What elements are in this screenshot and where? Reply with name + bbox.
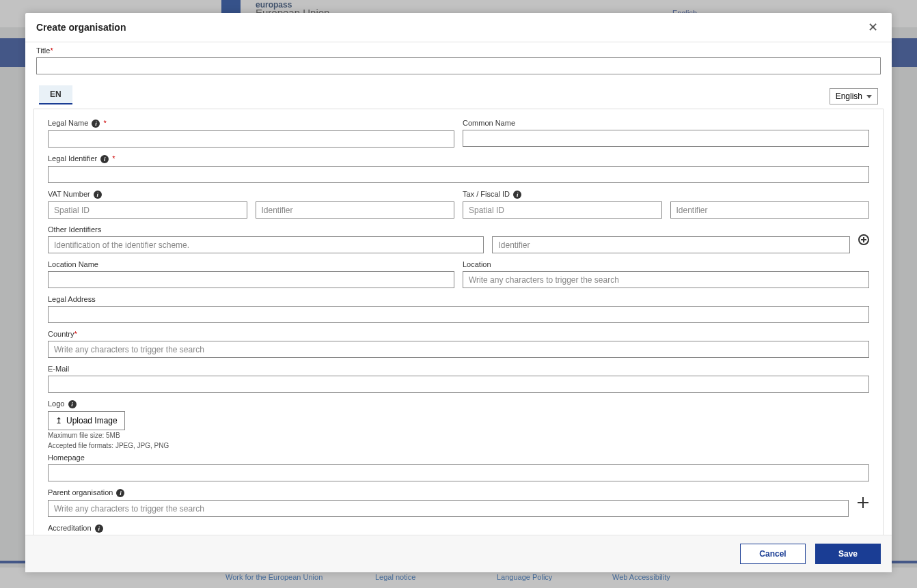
common-name-input[interactable] <box>463 130 869 147</box>
add-parent-org-icon[interactable] <box>857 496 869 509</box>
cancel-button[interactable]: Cancel <box>740 544 806 564</box>
email-label: E-Mail <box>48 365 869 373</box>
parent-org-label: Parent organisation i <box>48 488 849 497</box>
homepage-label: Homepage <box>48 453 869 462</box>
file-format-hint: Accepted file formats: JPEG, JPG, PNG <box>48 440 869 451</box>
language-tab-en[interactable]: EN <box>39 85 72 104</box>
chevron-down-icon <box>866 95 872 98</box>
info-icon[interactable]: i <box>94 191 102 199</box>
info-icon[interactable]: i <box>68 400 77 408</box>
close-icon[interactable]: ✕ <box>865 20 881 35</box>
info-icon[interactable]: i <box>95 524 103 533</box>
vat-number-label: VAT Number i <box>48 190 454 199</box>
vat-spatial-id-input[interactable] <box>48 201 247 219</box>
location-name-input[interactable] <box>48 271 454 288</box>
tax-fiscal-id-label: Tax / Fiscal ID i <box>463 190 869 199</box>
country-input[interactable] <box>48 341 869 358</box>
homepage-input[interactable] <box>48 464 869 481</box>
add-identifier-icon[interactable] <box>858 234 869 245</box>
other-identifiers-label: Other Identifiers <box>48 225 484 234</box>
save-button[interactable]: Save <box>815 544 881 564</box>
info-icon[interactable]: i <box>100 155 109 163</box>
parent-org-input[interactable] <box>48 500 849 517</box>
title-label: Title* <box>36 46 881 55</box>
location-input[interactable] <box>463 271 869 288</box>
location-name-label: Location Name <box>48 260 454 268</box>
legal-address-input[interactable] <box>48 306 869 323</box>
legal-address-label: Legal Address <box>48 295 869 303</box>
info-icon[interactable]: i <box>92 120 100 128</box>
email-input[interactable] <box>48 376 869 393</box>
file-size-hint: Maximum file size: 5MB <box>48 430 869 440</box>
modal-title: Create organisation <box>36 22 126 33</box>
location-label: Location <box>463 260 869 268</box>
upload-image-button[interactable]: ↥ Upload Image <box>48 411 125 430</box>
other-identifier-input[interactable] <box>492 236 850 253</box>
logo-label: Logo i <box>48 400 869 408</box>
tax-identifier-input[interactable] <box>670 201 870 219</box>
legal-name-label: Legal Name i * <box>48 119 454 128</box>
identifier-scheme-input[interactable] <box>48 236 484 253</box>
country-label: Country* <box>48 330 869 338</box>
create-organisation-modal: Create organisation ✕ Title* EN English <box>25 13 892 572</box>
accreditation-label: Accreditation i <box>48 524 869 533</box>
info-icon[interactable]: i <box>116 489 124 497</box>
language-selector-label: English <box>836 92 862 101</box>
upload-image-label: Upload Image <box>66 416 118 425</box>
language-selector[interactable]: English <box>830 88 878 104</box>
upload-icon: ↥ <box>55 416 62 425</box>
legal-identifier-input[interactable] <box>48 166 869 183</box>
title-input[interactable] <box>36 57 881 74</box>
legal-name-input[interactable] <box>48 130 454 148</box>
legal-identifier-label: Legal Identifier i * <box>48 154 869 163</box>
tax-spatial-id-input[interactable] <box>463 201 662 219</box>
vat-identifier-input[interactable] <box>256 201 455 219</box>
info-icon[interactable]: i <box>513 191 521 199</box>
common-name-label: Common Name <box>463 119 869 127</box>
